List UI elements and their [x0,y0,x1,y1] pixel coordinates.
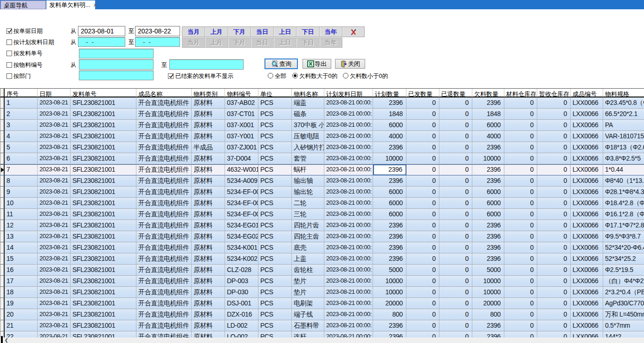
grid-cell[interactable]: 2396 [472,253,504,265]
grid-cell[interactable]: 0 [537,298,571,309]
grid-cell[interactable]: 2396 [472,242,504,253]
grid-header-16[interactable]: 物料规格 [603,89,644,97]
grid-cell[interactable]: 0 [406,242,439,253]
grid-cell[interactable]: 开合直流电机组件 [136,320,192,331]
grid-cell[interactable]: 蜗杆 [292,164,324,175]
row-indicator[interactable] [0,242,5,253]
radio-shortage-lt0[interactable] [343,73,348,78]
quick-next-day-button[interactable]: 下日 [296,27,319,37]
grid-cell[interactable]: LXX0066 [571,298,603,309]
grid-cell[interactable]: 8 [5,175,38,187]
grid-cell[interactable]: 52*34*20-Φ6.4 [603,242,644,253]
grid-cell[interactable]: SFL230821001 [71,209,136,220]
quick-next-month-button[interactable]: 下月 [228,27,251,37]
grid-cell[interactable]: 20000 [373,298,406,309]
grid-cell[interactable]: 2023-08-21 [38,209,71,220]
grid-cell[interactable]: LXX0066 [571,220,603,231]
by-material-no-checkbox[interactable] [6,62,12,68]
grid-cell[interactable]: DSJ-001 [225,298,258,309]
grid-cell[interactable]: 0 [504,131,537,142]
grid-cell[interactable]: 037-AB02 [225,97,258,109]
row-indicator[interactable] [0,220,5,231]
grid-cell[interactable]: 1848 [373,109,406,120]
grid-cell[interactable]: 垫片 [292,276,324,287]
grid-cell[interactable]: 2396 [373,320,406,331]
grid-cell[interactable]: 2 [5,109,38,120]
grid-cell[interactable]: 0 [537,231,571,242]
grid-header-10[interactable]: 已发数量 [406,89,439,97]
grid-cell[interactable]: 0 [439,242,472,253]
grid-cell[interactable]: 2023-08-21 00:00: [324,131,373,142]
grid-cell[interactable]: 0 [406,109,439,120]
grid-cell[interactable]: PA [603,120,644,131]
row-indicator[interactable] [0,109,5,120]
grid-cell[interactable]: 原材料 [192,287,225,298]
grid-cell[interactable]: 5234-EF-002 [225,198,258,209]
grid-cell[interactable]: 0 [439,109,472,120]
grid-cell[interactable]: 0 [439,276,472,287]
row-indicator[interactable] [0,309,5,320]
grid-cell[interactable]: 原材料 [192,298,225,309]
grid-cell[interactable]: LXX0066 [571,265,603,276]
grid-cell[interactable]: 2023-08-21 00:00: [324,287,373,298]
grid-cell[interactable]: 0 [406,287,439,298]
grid-cell[interactable]: 0 [406,164,439,175]
grid-cell[interactable]: 开合直流电机组件 [136,109,192,120]
grid-cell[interactable]: 电刷架 [292,298,324,309]
grid-cell[interactable]: 0 [439,265,472,276]
grid-cell[interactable]: 2396 [373,142,406,153]
grid-cell[interactable]: 0 [537,164,571,175]
quick-this-year-button[interactable]: 当年 [320,27,342,37]
grid-cell[interactable]: 2023-08-21 [38,331,71,338]
grid-cell[interactable]: PCS [258,331,292,338]
grid-cell[interactable]: 开合直流电机组件 [136,287,192,298]
grid-cell[interactable]: 2023-08-21 [38,265,71,276]
grid-cell[interactable]: 0 [406,309,439,320]
grid-cell[interactable]: 2396 [373,231,406,242]
grid-cell[interactable]: 0 [504,253,537,265]
grid-cell[interactable]: 0 [406,276,439,287]
grid-cell[interactable]: 0 [537,276,571,287]
grid-cell[interactable]: 原材料 [192,265,225,276]
grid-cell[interactable]: 原材料 [192,198,225,209]
grid-cell[interactable]: 20 [5,309,38,320]
grid-cell[interactable]: 0 [406,198,439,209]
close-button[interactable]: 关闭 [335,59,365,69]
grid-header-1[interactable]: 日期 [38,89,71,97]
grid-cell[interactable]: 0 [537,120,571,131]
grid-cell[interactable]: 66.5*20*2.1 [603,109,644,120]
grid-cell[interactable]: 2023-08-21 [38,120,71,131]
grid-cell[interactable]: 0 [537,242,571,253]
grid-cell[interactable]: LXX0066 [571,164,603,175]
grid-cell[interactable]: 开合直流电机组件 [136,231,192,242]
clear-dates-button[interactable] [342,27,364,37]
grid-cell[interactable]: 2023-08-21 00:00: [324,331,373,338]
grid-cell[interactable]: 原材料 [192,164,225,175]
grid-cell[interactable]: 2023-08-21 [38,97,71,109]
grid-cell[interactable]: 0 [504,320,537,331]
grid-cell[interactable]: 0 [439,187,472,198]
grid-cell[interactable]: 原材料 [192,309,225,320]
grid-cell[interactable]: LXX0066 [571,97,603,109]
grid-cell[interactable]: 2396 [373,253,406,265]
grid-cell[interactable]: LXX0066 [571,276,603,287]
grid-cell[interactable]: 原材料 [192,120,225,131]
grid-cell[interactable]: PCS [258,265,292,276]
grid-cell[interactable]: 5000 [472,265,504,276]
grid-cell[interactable]: 开合直流电机组件 [136,298,192,309]
grid-cell[interactable]: 2023-08-21 00:00: [324,309,373,320]
grid-cell[interactable]: 0 [504,209,537,220]
grid-cell[interactable]: PCS [258,97,292,109]
doc-date-to-input[interactable]: 2023-08-22 [135,26,180,36]
grid-cell[interactable]: 0 [504,287,537,298]
grid-cell[interactable]: 2023-08-21 00:00: [324,276,373,287]
grid-cell[interactable]: 开合直流电机组件 [136,131,192,142]
grid-cell[interactable]: 2023-08-21 [38,187,71,198]
grid-cell[interactable]: 原材料 [192,131,225,142]
grid-cell[interactable]: Φ17.1*Φ7*2.8 [603,220,644,231]
grid-cell[interactable]: 0 [406,265,439,276]
grid-cell[interactable]: 1*0.44 [603,164,644,175]
grid-cell[interactable]: 2023-08-21 00:00: [324,209,373,220]
grid-cell[interactable]: SFL230821001 [71,242,136,253]
grid-cell[interactable]: 0 [537,131,571,142]
